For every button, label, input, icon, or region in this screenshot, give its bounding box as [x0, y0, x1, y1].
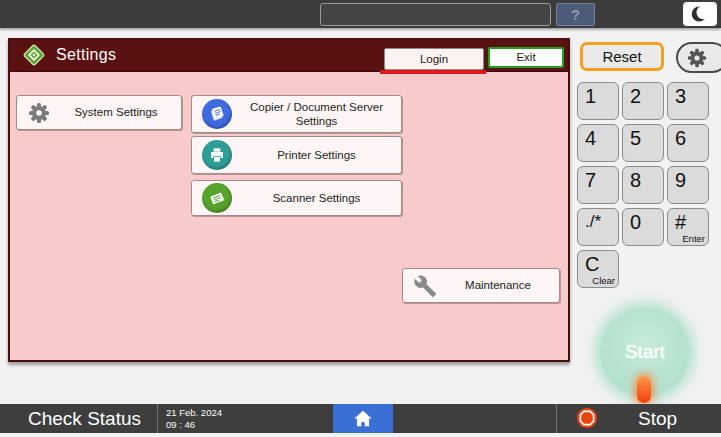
keypad-key-8[interactable]: 8 — [622, 166, 664, 204]
numeric-keypad: 1 2 3 4 5 6 7 8 9 ./* 0 # Enter C Clear — [577, 82, 709, 288]
keypad-key-dot-star[interactable]: ./* — [577, 208, 619, 246]
time-label: 09 : 46 — [166, 419, 222, 431]
keypad-key-0[interactable]: 0 — [622, 208, 664, 246]
button-label: Scanner Settings — [232, 191, 401, 205]
login-button[interactable]: Login — [384, 48, 484, 70]
keypad-key-7[interactable]: 7 — [577, 166, 619, 204]
gear-icon — [686, 47, 708, 69]
scanner-settings-button[interactable]: Scanner Settings — [191, 180, 402, 216]
page-title: Settings — [56, 46, 116, 64]
keypad-key-enter[interactable]: # Enter — [667, 208, 709, 246]
button-label: System Settings — [51, 105, 181, 119]
status-dropdown[interactable] — [320, 3, 551, 26]
clear-key-label: C — [585, 253, 599, 275]
check-status-button[interactable]: Check Status — [28, 404, 141, 433]
hash-label: # — [675, 211, 686, 233]
stop-button[interactable]: Stop — [638, 404, 677, 433]
start-label: Start — [625, 341, 665, 363]
stop-icon — [576, 407, 598, 429]
button-label: Copier / Document Server Settings — [232, 100, 401, 129]
keypad-key-5[interactable]: 5 — [622, 124, 664, 162]
printer-settings-button[interactable]: Printer Settings — [191, 136, 402, 174]
keypad-key-3[interactable]: 3 — [667, 82, 709, 120]
button-label: Printer Settings — [232, 148, 401, 162]
keypad-key-1[interactable]: 1 — [577, 82, 619, 120]
settings-panel: Settings Login Exit System Settings — [8, 38, 570, 362]
home-button[interactable] — [333, 404, 393, 433]
reset-button[interactable]: Reset — [580, 42, 664, 71]
printer-icon — [202, 140, 232, 170]
keypad-key-clear[interactable]: C Clear — [577, 250, 619, 288]
maintenance-button[interactable]: Maintenance — [402, 268, 560, 303]
button-label: Maintenance — [437, 278, 559, 292]
energy-saver-button[interactable] — [683, 2, 717, 26]
system-settings-button[interactable]: System Settings — [16, 95, 182, 130]
bottom-bar: Check Status 21 Feb. 2024 09 : 46 Stop — [0, 404, 721, 433]
login-active-underline — [380, 70, 486, 74]
divider — [556, 404, 557, 433]
clear-sublabel: Clear — [592, 275, 615, 286]
divider — [157, 404, 158, 433]
copier-document-server-settings-button[interactable]: Copier / Document Server Settings — [191, 95, 402, 133]
gear-icon — [27, 101, 51, 125]
exit-button[interactable]: Exit — [488, 47, 564, 68]
moon-icon — [690, 4, 710, 24]
device-touchscreen: ? Settings Login Exit — [0, 0, 721, 437]
help-button[interactable]: ? — [556, 3, 595, 26]
user-tools-button[interactable] — [676, 42, 721, 73]
start-led-indicator — [637, 376, 651, 403]
panel-header: Settings Login Exit — [10, 40, 568, 72]
keypad-key-6[interactable]: 6 — [667, 124, 709, 162]
top-bar: ? — [0, 0, 721, 28]
enter-sublabel: Enter — [682, 233, 705, 244]
home-icon — [352, 408, 374, 430]
date-time: 21 Feb. 2024 09 : 46 — [166, 407, 222, 430]
keypad-key-4[interactable]: 4 — [577, 124, 619, 162]
scanner-icon — [202, 183, 232, 213]
copier-icon — [202, 99, 232, 129]
wrench-icon — [413, 274, 437, 298]
keypad-key-2[interactable]: 2 — [622, 82, 664, 120]
date-label: 21 Feb. 2024 — [166, 407, 222, 419]
green-diamond-icon — [22, 43, 46, 67]
keypad-key-9[interactable]: 9 — [667, 166, 709, 204]
